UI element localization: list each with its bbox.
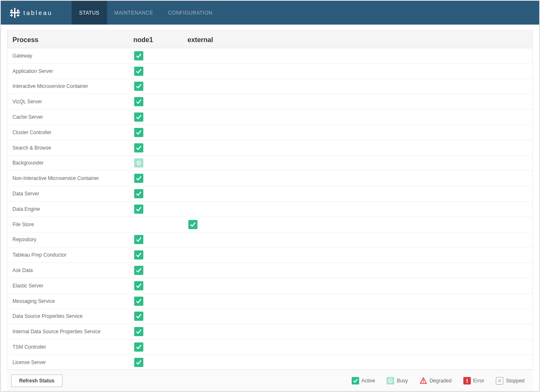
active-icon xyxy=(134,112,143,122)
active-icon xyxy=(134,205,143,214)
process-name: Gateway xyxy=(12,53,133,59)
active-icon xyxy=(134,67,143,76)
active-icon xyxy=(134,189,143,198)
refresh-status-button[interactable]: Refresh Status xyxy=(11,375,62,387)
table-row: Interactive Microservice Container xyxy=(8,79,532,95)
process-name: Repository xyxy=(12,237,133,242)
top-nav-bar: tableau STATUSMAINTENANCECONFIGURATION xyxy=(1,1,539,25)
active-icon xyxy=(134,174,143,183)
nav-tab-maintenance[interactable]: MAINTENANCE xyxy=(107,1,161,25)
svg-rect-12 xyxy=(423,382,424,382)
table-header-row: Process node1 external xyxy=(7,30,533,48)
active-icon xyxy=(134,250,143,260)
error-icon xyxy=(463,377,471,385)
cell-node1 xyxy=(133,205,188,214)
table-row: Data Server xyxy=(8,186,532,202)
active-icon xyxy=(134,143,143,152)
cell-node1 xyxy=(133,312,188,321)
cell-node1 xyxy=(133,281,188,290)
process-name: Search & Browse xyxy=(12,145,133,151)
cell-node1 xyxy=(133,82,188,91)
active-icon xyxy=(134,342,143,352)
process-name: Non-Interactive Microservice Container xyxy=(12,175,133,181)
cell-node1 xyxy=(133,128,188,137)
busy-icon xyxy=(387,377,394,385)
table-row: Data Engine xyxy=(8,202,532,217)
legend-busy: Busy xyxy=(387,377,408,385)
legend-active: Active xyxy=(352,377,375,385)
active-icon xyxy=(134,358,143,367)
process-name: Tableau Prep Conductor xyxy=(12,252,133,258)
cell-node1 xyxy=(133,342,188,352)
table-row: Repository xyxy=(8,232,532,248)
process-name: Cache Server xyxy=(12,114,133,120)
header-node1: node1 xyxy=(133,36,188,44)
svg-rect-1 xyxy=(10,12,20,13)
table-row: Search & Browse xyxy=(8,140,532,156)
degraded-icon xyxy=(420,377,427,385)
process-name: Elastic Server xyxy=(12,283,133,289)
cell-node1 xyxy=(133,358,188,367)
active-icon xyxy=(134,51,143,60)
process-name: Interactive Microservice Container xyxy=(12,83,133,89)
table-row: Data Source Properties Service xyxy=(8,309,532,325)
process-name: Ask Data xyxy=(12,267,133,273)
cell-node1 xyxy=(133,112,188,122)
active-icon xyxy=(352,377,359,385)
table-row: TSM Controller xyxy=(8,340,532,355)
active-icon xyxy=(134,327,143,336)
process-name: TSM Controller xyxy=(12,344,133,350)
process-name: Data Engine xyxy=(12,206,133,212)
active-icon xyxy=(188,220,198,229)
table-row: File Store xyxy=(8,217,532,232)
legend-stopped: Stopped xyxy=(496,377,525,385)
process-name: File Store xyxy=(12,222,133,227)
svg-rect-5 xyxy=(17,10,20,11)
cell-node1 xyxy=(133,67,188,76)
legend-error: Error xyxy=(463,377,485,385)
table-row: Non-Interactive Microservice Container xyxy=(8,171,532,186)
legend-active-label: Active xyxy=(362,378,375,384)
table-row: Tableau Prep Conductor xyxy=(8,247,532,263)
process-name: License Server xyxy=(12,360,133,365)
nav-tab-configuration[interactable]: CONFIGURATION xyxy=(160,1,220,25)
process-name: Data Source Properties Service xyxy=(12,313,133,319)
cell-node1 xyxy=(133,235,188,244)
legend-busy-label: Busy xyxy=(397,378,408,384)
cell-external xyxy=(188,220,532,229)
cell-node1 xyxy=(133,158,188,167)
table-row: Messaging Service xyxy=(8,294,532,309)
table-row: Backgrounder xyxy=(8,156,532,171)
legend-degraded-label: Degraded xyxy=(430,378,452,384)
table-row: Gateway xyxy=(8,48,532,64)
cell-node1 xyxy=(133,189,188,198)
table-row: Ask Data xyxy=(8,263,532,278)
table-row: Cluster Controller xyxy=(8,125,532,140)
status-legend: Active Busy Degraded xyxy=(352,377,525,385)
cell-node1 xyxy=(133,97,188,106)
cell-node1 xyxy=(133,250,188,260)
svg-rect-7 xyxy=(10,15,13,16)
table-row: Elastic Server xyxy=(8,278,532,294)
nav-tab-status[interactable]: STATUS xyxy=(72,1,107,25)
stopped-icon xyxy=(496,377,503,385)
svg-rect-11 xyxy=(423,380,424,382)
table-row: Internal Data Source Properties Service xyxy=(8,324,532,340)
cell-node1 xyxy=(133,51,188,60)
process-name: Data Server xyxy=(12,191,133,197)
svg-rect-14 xyxy=(466,382,467,382)
table-row: VizQL Server xyxy=(8,94,532,110)
cell-node1 xyxy=(133,143,188,152)
legend-error-label: Error xyxy=(473,378,485,384)
process-name: Cluster Controller xyxy=(12,130,133,135)
cell-node1 xyxy=(133,174,188,183)
active-icon xyxy=(134,312,143,321)
svg-rect-9 xyxy=(17,15,20,16)
process-name: Backgrounder xyxy=(12,160,133,166)
legend-stopped-label: Stopped xyxy=(506,378,525,384)
svg-rect-3 xyxy=(10,10,13,11)
active-icon xyxy=(134,128,143,137)
cell-node1 xyxy=(133,327,188,336)
table-row: Cache Server xyxy=(8,110,532,125)
process-name: Internal Data Source Properties Service xyxy=(12,329,133,335)
